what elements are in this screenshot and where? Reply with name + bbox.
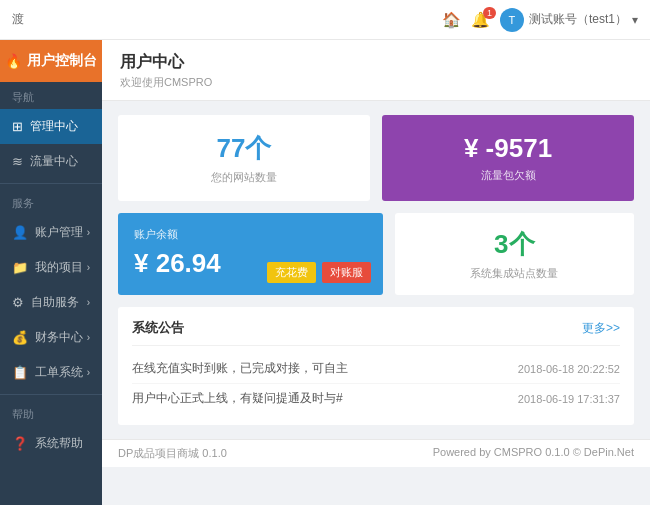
announce-text-2: 用户中心正式上线，有疑问提通及时与#	[132, 390, 343, 407]
sidebar-finance-label: 财务中心	[35, 329, 83, 346]
traffic-icon: ≋	[12, 154, 23, 169]
home-icon[interactable]: 🏠	[442, 11, 461, 29]
chevron-down-icon: ▾	[632, 13, 638, 27]
sidebar-logo: 🔥 用户控制台	[0, 40, 102, 82]
announce-text-1: 在线充值实时到账，已完成对接，可自主	[132, 360, 348, 377]
withdraw-button[interactable]: 对账服	[322, 262, 371, 283]
announcements-card: 系统公告 更多>> 在线充值实时到账，已完成对接，可自主 2018-06-18 …	[118, 307, 634, 425]
app-container: 渡 🏠 🔔 1 T 测试账号（test1） ▾ 🔥 用户控制台	[0, 0, 650, 505]
system-sites-card: 3个 系统集成站点数量	[395, 213, 634, 295]
sidebar-item-tickets[interactable]: 📋 工单系统 ›	[0, 355, 102, 390]
sidebar-selfservice-label: 自助服务	[31, 294, 79, 311]
footer: DP成品项目商城 0.1.0 Powered by CMSPRO 0.1.0 ©…	[102, 439, 650, 467]
sidebar-item-help[interactable]: ❓ 系统帮助	[0, 426, 102, 461]
logo-flame-icon: 🔥	[5, 53, 22, 69]
chevron-icon-3: ›	[87, 297, 90, 308]
arrears-number: ¥ -9571	[464, 133, 552, 164]
top-nav: 渡	[12, 11, 24, 28]
content-header: 用户中心 欢迎使用CMSPRO	[102, 40, 650, 101]
announce-title: 系统公告	[132, 319, 184, 337]
self-service-icon: ⚙	[12, 295, 24, 310]
main-area: 🔥 用户控制台 导航 ⊞ 管理中心 ≋ 流量中心 服务 👤 账户管理 › 📁	[0, 40, 650, 505]
sidebar-divider-1	[0, 183, 102, 184]
sidebar-item-self-service[interactable]: ⚙ 自助服务 ›	[0, 285, 102, 320]
sidebar-item-traffic[interactable]: ≋ 流量中心	[0, 144, 102, 179]
announce-item-2: 用户中心正式上线，有疑问提通及时与# 2018-06-19 17:31:37	[132, 384, 620, 413]
chevron-icon-2: ›	[87, 262, 90, 273]
sidebar-account-label: 账户管理	[35, 224, 83, 241]
chevron-icon-4: ›	[87, 332, 90, 343]
sidebar-help-label: 系统帮助	[35, 435, 83, 452]
sites-count-card: 77个 您的网站数量	[118, 115, 370, 201]
sidebar: 🔥 用户控制台 导航 ⊞ 管理中心 ≋ 流量中心 服务 👤 账户管理 › 📁	[0, 40, 102, 505]
content-area: 用户中心 欢迎使用CMSPRO 77个 您的网站数量 ¥ -9571 流量包欠额	[102, 40, 650, 505]
system-sites-label: 系统集成站点数量	[470, 266, 558, 281]
top-right: 🏠 🔔 1 T 测试账号（test1） ▾	[442, 8, 638, 32]
content-body: 77个 您的网站数量 ¥ -9571 流量包欠额 账户余额 ¥ 26.94 充花…	[102, 101, 650, 439]
recharge-button[interactable]: 充花费	[267, 262, 316, 283]
projects-icon: 📁	[12, 260, 28, 275]
sidebar-tickets-label: 工单系统	[35, 364, 83, 381]
help-icon: ❓	[12, 436, 28, 451]
balance-card: 账户余额 ¥ 26.94 充花费 对账服	[118, 213, 383, 295]
bell-icon[interactable]: 🔔 1	[471, 11, 490, 29]
sidebar-projects-label: 我的项目	[35, 259, 83, 276]
balance-title: 账户余额	[134, 227, 367, 242]
sidebar-item-account[interactable]: 👤 账户管理 ›	[0, 215, 102, 250]
sidebar-admin-label: 管理中心	[30, 118, 78, 135]
sidebar-divider-2	[0, 394, 102, 395]
tickets-icon: 📋	[12, 365, 28, 380]
account-icon: 👤	[12, 225, 28, 240]
page-subtitle: 欢迎使用CMSPRO	[120, 75, 632, 90]
notification-badge: 1	[483, 7, 496, 19]
footer-left: DP成品项目商城 0.1.0	[118, 446, 227, 461]
stats-row-1: 77个 您的网站数量 ¥ -9571 流量包欠额	[118, 115, 634, 201]
sidebar-item-admin[interactable]: ⊞ 管理中心	[0, 109, 102, 144]
sites-count-label: 您的网站数量	[211, 170, 277, 185]
finance-icon: 💰	[12, 330, 28, 345]
user-menu[interactable]: T 测试账号（test1） ▾	[500, 8, 638, 32]
help-section-label: 帮助	[0, 399, 102, 426]
service-section-label: 服务	[0, 188, 102, 215]
nav-section-label: 导航	[0, 82, 102, 109]
announce-date-1: 2018-06-18 20:22:52	[518, 363, 620, 375]
system-sites-number: 3个	[494, 227, 534, 262]
chevron-icon-5: ›	[87, 367, 90, 378]
balance-buttons: 充花费 对账服	[267, 262, 371, 283]
chevron-icon: ›	[87, 227, 90, 238]
sidebar-item-finance[interactable]: 💰 财务中心 ›	[0, 320, 102, 355]
top-bar: 渡 🏠 🔔 1 T 测试账号（test1） ▾	[0, 0, 650, 40]
arrears-label: 流量包欠额	[481, 168, 536, 183]
breadcrumb: 渡	[12, 11, 24, 28]
announce-header: 系统公告 更多>>	[132, 319, 620, 346]
announce-date-2: 2018-06-19 17:31:37	[518, 393, 620, 405]
footer-right: Powered by CMSPRO 0.1.0 © DePin.Net	[433, 446, 634, 461]
sidebar-item-projects[interactable]: 📁 我的项目 ›	[0, 250, 102, 285]
announce-item-1: 在线充值实时到账，已完成对接，可自主 2018-06-18 20:22:52	[132, 354, 620, 384]
sites-count-number: 77个	[217, 131, 272, 166]
announce-more[interactable]: 更多>>	[582, 320, 620, 337]
username-label: 测试账号（test1）	[529, 11, 627, 28]
avatar: T	[500, 8, 524, 32]
stats-row-2: 账户余额 ¥ 26.94 充花费 对账服 3个 系统集成站点数量	[118, 213, 634, 295]
sidebar-traffic-label: 流量中心	[30, 153, 78, 170]
admin-icon: ⊞	[12, 119, 23, 134]
arrears-card: ¥ -9571 流量包欠额	[382, 115, 634, 201]
page-title: 用户中心	[120, 52, 632, 73]
